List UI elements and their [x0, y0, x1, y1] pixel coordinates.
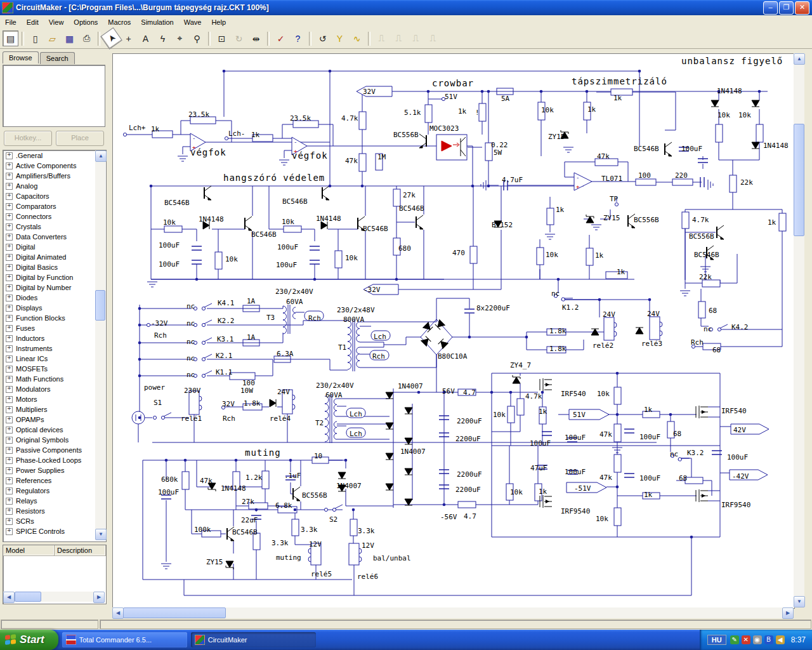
split-view-icon[interactable]: ⇹ — [248, 30, 264, 46]
tree-item-digital-basics[interactable]: Digital Basics — [3, 262, 106, 272]
expand-icon[interactable] — [6, 203, 13, 210]
probe-tool-icon[interactable]: ⌖ — [172, 30, 188, 46]
canvas-vscrollbar[interactable]: ▲ ▼ — [794, 53, 804, 607]
select-tool-icon[interactable]: ➤ — [100, 27, 122, 50]
close-button[interactable]: ✕ — [795, 1, 809, 15]
tree-item-motors[interactable]: Motors — [3, 394, 106, 404]
menu-macros[interactable]: Macros — [103, 17, 136, 28]
delete-tool-icon[interactable]: ϟ — [155, 30, 171, 46]
zoom-tool-icon[interactable]: ⚲ — [189, 30, 205, 46]
help-icon[interactable]: ? — [290, 30, 306, 46]
tools-icon[interactable]: Y — [332, 30, 348, 46]
zoom-window-icon[interactable]: ⊡ — [214, 30, 230, 46]
tree-item-crystals[interactable]: Crystals — [3, 222, 106, 232]
menu-file[interactable]: File — [0, 17, 22, 28]
tree-item-instruments[interactable]: Instruments — [3, 343, 106, 354]
expand-icon[interactable] — [6, 284, 13, 291]
schematic-canvas[interactable] — [112, 53, 795, 609]
tree-item-spice-controls[interactable]: SPICE Controls — [3, 526, 106, 536]
tree-item-digital-animated[interactable]: Digital Animated — [3, 252, 106, 262]
expand-icon[interactable] — [6, 457, 13, 464]
audio-device-icon[interactable]: ◉ — [753, 635, 762, 644]
expand-icon[interactable] — [6, 264, 13, 271]
expand-icon[interactable] — [6, 366, 13, 373]
language-indicator[interactable]: HU — [707, 635, 726, 645]
tree-item-relays[interactable]: Relays — [3, 496, 106, 506]
expand-icon[interactable] — [6, 183, 13, 190]
tree-item-digital-by-function[interactable]: Digital by Function — [3, 272, 106, 282]
scroll-left-icon[interactable]: ◀ — [112, 607, 124, 619]
scroll-left-icon[interactable]: ◀ — [3, 592, 15, 603]
tree-item-modulators[interactable]: Modulators — [3, 384, 106, 394]
menu-view[interactable]: View — [44, 17, 69, 28]
tree-scrollbar[interactable]: ▲ ▼ — [95, 150, 105, 540]
tree-item-fuses[interactable]: Fuses — [3, 323, 106, 333]
tree-item-analog[interactable]: Analog — [3, 181, 106, 191]
tree-item-original-symbols[interactable]: Original Symbols — [3, 435, 106, 445]
restore-button[interactable]: ❐ — [779, 1, 794, 15]
scope-2-icon[interactable]: ⎍ — [391, 30, 407, 46]
expand-icon[interactable] — [6, 355, 13, 362]
print-icon[interactable]: ⎙ — [79, 30, 95, 46]
scope-1-icon[interactable]: ⎍ — [374, 30, 390, 46]
scope-3-icon[interactable]: ⎍ — [408, 30, 424, 46]
tree-item-scrs[interactable]: SCRs — [3, 516, 106, 526]
canvas-vscroll-thumb[interactable] — [794, 124, 804, 236]
expand-icon[interactable] — [6, 518, 13, 525]
expand-icon[interactable] — [6, 193, 13, 200]
tree-scroll-thumb[interactable] — [95, 290, 105, 321]
tree-item-digital-by-number[interactable]: Digital by Number — [3, 282, 106, 293]
expand-icon[interactable] — [6, 427, 13, 434]
tablet-pen-icon[interactable]: ✎ — [730, 635, 739, 644]
tree-item-phase-locked-loops[interactable]: Phase-Locked Loops — [3, 455, 106, 465]
tree-item-inductors[interactable]: Inductors — [3, 333, 106, 343]
tree-item-multipliers[interactable]: Multipliers — [3, 404, 106, 415]
bluetooth-icon[interactable]: B — [764, 635, 773, 644]
expand-icon[interactable] — [6, 234, 13, 241]
expand-icon[interactable] — [6, 213, 13, 220]
expand-icon[interactable] — [6, 254, 13, 261]
tree-item--general[interactable]: .General — [3, 150, 106, 161]
scroll-right-icon[interactable]: ▶ — [93, 592, 105, 603]
browse-panel-toggle-icon[interactable]: ▤ — [3, 30, 18, 46]
expand-icon[interactable] — [6, 406, 13, 413]
expand-icon[interactable] — [6, 386, 13, 393]
tab-search[interactable]: Search — [40, 52, 75, 64]
open-file-icon[interactable]: ▱ — [44, 30, 60, 46]
task-total-commander[interactable]: Total Commander 6.5... — [62, 632, 187, 647]
model-column-header[interactable]: Model — [3, 545, 55, 555]
rotate-block-icon[interactable]: ↻ — [231, 30, 247, 46]
expand-icon[interactable] — [6, 244, 13, 251]
expand-icon[interactable] — [6, 498, 13, 505]
digital-analog-switch-icon[interactable]: ✓ — [273, 30, 289, 46]
scroll-up-icon[interactable]: ▲ — [794, 53, 805, 65]
expand-icon[interactable] — [6, 274, 13, 281]
tree-item-connectors[interactable]: Connectors — [3, 211, 106, 222]
start-button[interactable]: Start — [0, 630, 58, 650]
expand-icon[interactable] — [6, 335, 13, 342]
expand-icon[interactable] — [6, 305, 13, 312]
volume-icon[interactable]: ◀ — [776, 635, 785, 644]
scroll-down-icon[interactable]: ▼ — [95, 529, 107, 540]
text-tool-icon[interactable]: A — [138, 30, 154, 46]
tree-item-math-functions[interactable]: Math Functions — [3, 374, 106, 384]
tree-item-passive-components[interactable]: Passive Components — [3, 445, 106, 455]
expand-icon[interactable] — [6, 488, 13, 494]
tree-item-displays[interactable]: Displays — [3, 303, 106, 313]
wire-tool-icon[interactable]: + — [121, 30, 136, 46]
canvas-hscrollbar[interactable]: ◀ ▶ — [112, 607, 794, 618]
tree-item-regulators[interactable]: Regulators — [3, 486, 106, 496]
tree-item-function-blocks[interactable]: Function Blocks — [3, 313, 106, 323]
menu-help[interactable]: Help — [206, 17, 231, 28]
tree-item-data-converters[interactable]: Data Converters — [3, 232, 106, 242]
tree-item-references[interactable]: References — [3, 475, 106, 486]
expand-icon[interactable] — [6, 376, 13, 383]
new-document-icon[interactable]: ▯ — [27, 30, 43, 46]
tree-item-digital[interactable]: Digital — [3, 242, 106, 252]
tree-item-mosfets[interactable]: MOSFETs — [3, 364, 106, 374]
model-scrollbar[interactable]: ◀ ▶ — [3, 592, 105, 602]
canvas-hscroll-thumb[interactable] — [123, 607, 226, 618]
expand-icon[interactable] — [6, 173, 13, 180]
expand-icon[interactable] — [6, 396, 13, 403]
expand-icon[interactable] — [6, 467, 13, 474]
